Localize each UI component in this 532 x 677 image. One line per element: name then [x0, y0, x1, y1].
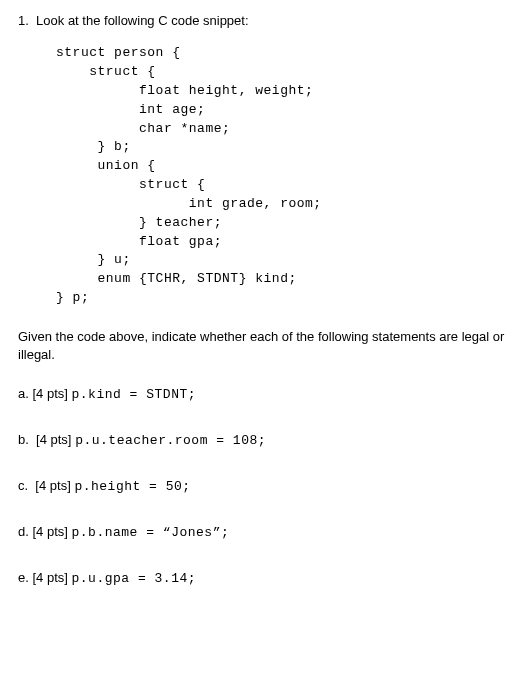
subitem-points: [4 pts] — [32, 386, 67, 401]
subitem-label: b. — [18, 432, 29, 447]
question-number: 1. — [18, 13, 29, 28]
subitem-a: a. [4 pts] p.kind = STDNT; — [18, 386, 514, 402]
subitem-b: b. [4 pts] p.u.teacher.room = 108; — [18, 432, 514, 448]
subitem-e: e. [4 pts] p.u.gpa = 3.14; — [18, 570, 514, 586]
subitem-code: p.b.name = “Jones”; — [72, 525, 230, 540]
subitem-label: e. — [18, 570, 29, 585]
subitem-label: d. — [18, 524, 29, 539]
subitem-points: [4 pts] — [32, 524, 67, 539]
question-header: 1. Look at the following C code snippet: — [18, 12, 514, 30]
subitem-code: p.u.teacher.room = 108; — [75, 433, 266, 448]
question-prompt: Look at the following C code snippet: — [36, 13, 248, 28]
subitem-c: c. [4 pts] p.height = 50; — [18, 478, 514, 494]
subitem-code: p.kind = STDNT; — [72, 387, 197, 402]
code-snippet: struct person { struct { float height, w… — [56, 44, 514, 308]
subitem-code: p.height = 50; — [74, 479, 190, 494]
subitem-points: [4 pts] — [36, 432, 71, 447]
subitem-points: [4 pts] — [35, 478, 70, 493]
subitem-points: [4 pts] — [32, 570, 67, 585]
subitem-label: c. — [18, 478, 28, 493]
subitem-d: d. [4 pts] p.b.name = “Jones”; — [18, 524, 514, 540]
subitem-label: a. — [18, 386, 29, 401]
subitem-code: p.u.gpa = 3.14; — [72, 571, 197, 586]
question-instruction: Given the code above, indicate whether e… — [18, 328, 514, 364]
